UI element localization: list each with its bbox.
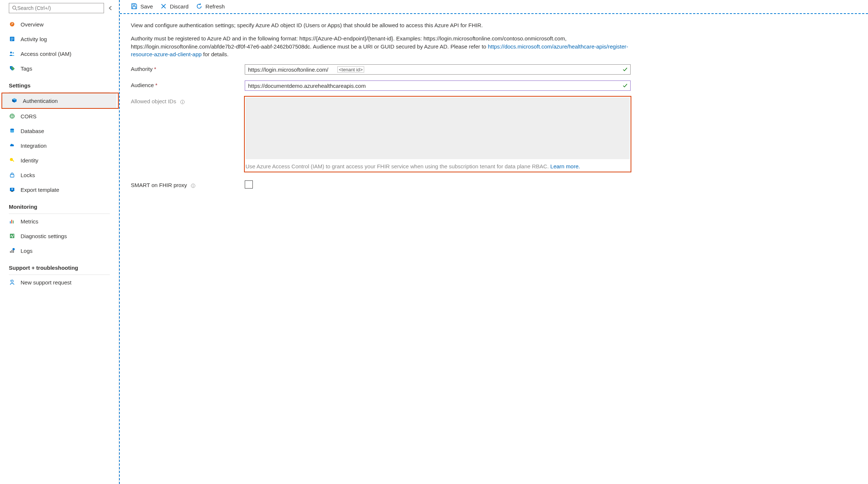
sidebar-item-metrics[interactable]: Metrics	[0, 214, 119, 229]
learn-more-link[interactable]: Learn more.	[550, 163, 580, 169]
info-icon[interactable]	[191, 183, 196, 188]
discard-button[interactable]: Discard	[160, 3, 189, 10]
sidebar-item-activity-log[interactable]: Activity log	[0, 32, 119, 46]
svg-point-25	[11, 280, 13, 282]
audience-input[interactable]	[245, 80, 631, 91]
sidebar-item-identity[interactable]: Identity	[0, 153, 119, 168]
intro-paragraph-2: Authority must be registered to Azure AD…	[131, 35, 631, 58]
sidebar-item-access-control[interactable]: Access control (IAM)	[0, 46, 119, 61]
discard-label: Discard	[170, 3, 189, 10]
collapse-sidebar-button[interactable]	[107, 4, 115, 12]
export-template-icon	[9, 187, 15, 193]
smart-on-fhir-control	[245, 180, 631, 189]
sidebar-item-label: Database	[21, 128, 44, 134]
smart-on-fhir-label: SMART on FHIR proxy	[131, 180, 245, 188]
allowed-object-ids-label: Allowed object IDs	[131, 97, 245, 104]
sidebar-item-label: Diagnostic settings	[21, 233, 67, 239]
info-icon[interactable]	[180, 100, 185, 104]
content: View and configure authentication settin…	[120, 14, 642, 200]
refresh-button[interactable]: Refresh	[196, 3, 225, 10]
svg-point-24	[12, 248, 15, 250]
svg-rect-26	[133, 4, 135, 6]
search-box[interactable]	[9, 3, 104, 13]
audience-label-text: Audience	[131, 82, 154, 88]
svg-rect-21	[10, 251, 11, 253]
sidebar-item-cors[interactable]: CORS	[0, 109, 119, 123]
sidebar-item-overview[interactable]: Overview	[0, 17, 119, 32]
form-row-authority: Authority* <tenant id>	[131, 64, 631, 75]
search-icon	[12, 6, 17, 11]
save-label: Save	[140, 3, 153, 10]
svg-point-6	[10, 52, 12, 54]
sidebar-item-authentication[interactable]: Authentication	[2, 93, 116, 108]
svg-rect-18	[11, 220, 12, 223]
sidebar-item-label: Tags	[21, 65, 32, 72]
save-button[interactable]: Save	[131, 3, 153, 10]
form-row-smart-on-fhir: SMART on FHIR proxy	[131, 180, 631, 189]
svg-line-1	[15, 9, 17, 10]
allowed-object-ids-textarea[interactable]	[245, 97, 630, 159]
intro-text-b: for details.	[202, 51, 229, 57]
search-input[interactable]	[17, 5, 101, 11]
svg-rect-27	[133, 7, 136, 9]
sidebar-item-label: New support request	[21, 279, 71, 286]
sidebar-item-label: Activity log	[21, 36, 47, 42]
locks-icon	[9, 172, 15, 178]
svg-rect-4	[11, 39, 14, 39]
required-asterisk: *	[154, 66, 156, 72]
form-row-allowed-object-ids: Allowed object IDs Use Azure Access Cont…	[131, 97, 631, 172]
sidebar-item-label: Integration	[21, 143, 47, 149]
sidebar-item-locks[interactable]: Locks	[0, 168, 119, 182]
authority-label: Authority*	[131, 64, 245, 72]
authentication-icon	[11, 98, 18, 104]
logs-icon	[9, 248, 15, 254]
tags-icon	[9, 65, 15, 71]
save-icon	[131, 3, 137, 10]
sidebar: Overview Activity log Access control (IA…	[0, 0, 119, 484]
sidebar-item-label: Metrics	[21, 218, 38, 225]
svg-rect-35	[193, 185, 193, 187]
sidebar-item-integration[interactable]: Integration	[0, 138, 119, 153]
svg-point-0	[12, 6, 16, 9]
authority-label-text: Authority	[131, 66, 153, 72]
authority-control: <tenant id>	[245, 64, 631, 75]
sidebar-item-tags[interactable]: Tags	[0, 61, 119, 76]
svg-rect-13	[12, 160, 14, 162]
refresh-icon	[196, 3, 202, 10]
sidebar-item-new-support-request[interactable]: New support request	[0, 275, 119, 290]
audience-label: Audience*	[131, 80, 245, 88]
svg-rect-16	[11, 191, 13, 192]
svg-rect-14	[10, 175, 14, 177]
allowed-object-ids-help: Use Azure Access Control (IAM) to grant …	[245, 162, 630, 170]
sidebar-group-support: Support + troubleshooting	[0, 258, 119, 272]
refresh-label: Refresh	[205, 3, 225, 10]
search-row	[0, 3, 119, 17]
allowed-help-text: Use Azure Access Control (IAM) to grant …	[245, 163, 550, 169]
intro-paragraph-1: View and configure authentication settin…	[131, 21, 631, 29]
sidebar-item-diagnostic-settings[interactable]: Diagnostic settings	[0, 229, 119, 243]
sidebar-item-export-template[interactable]: Export template	[0, 182, 119, 197]
access-control-icon	[9, 51, 15, 57]
svg-point-11	[10, 129, 14, 130]
sidebar-item-label: Identity	[21, 157, 38, 164]
main-panel: Save Discard Refresh View and configure …	[119, 0, 868, 484]
database-icon	[9, 128, 15, 134]
authority-input[interactable]	[245, 64, 631, 75]
sidebar-item-logs[interactable]: Logs	[0, 243, 119, 258]
sidebar-group-monitoring: Monitoring	[0, 197, 119, 211]
sidebar-item-label: CORS	[21, 113, 36, 119]
activity-log-icon	[9, 36, 15, 42]
svg-rect-22	[11, 250, 12, 253]
cors-icon	[9, 113, 15, 119]
support-icon	[9, 279, 15, 285]
svg-point-7	[12, 52, 14, 54]
svg-point-34	[193, 184, 193, 185]
svg-rect-19	[13, 221, 14, 223]
form-row-audience: Audience*	[131, 80, 631, 91]
smart-on-fhir-checkbox[interactable]	[245, 180, 253, 189]
identity-icon	[9, 157, 15, 163]
smart-label-text: SMART on FHIR proxy	[131, 182, 187, 188]
svg-rect-5	[11, 40, 12, 40]
svg-rect-3	[11, 38, 14, 38]
sidebar-item-database[interactable]: Database	[0, 123, 119, 138]
